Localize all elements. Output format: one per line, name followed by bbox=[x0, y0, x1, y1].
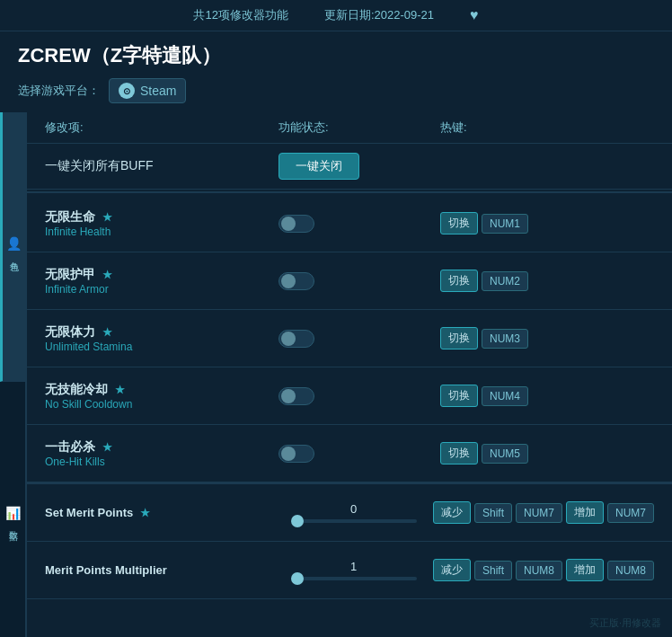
star-icon-0: ★ bbox=[102, 211, 112, 224]
data-icon: 📊 bbox=[5, 506, 21, 520]
data-feature-name-0: Set Merit Points ★ bbox=[45, 506, 274, 519]
feature-zh-1: 无限护甲 ★ bbox=[45, 267, 279, 283]
toggle-0[interactable] bbox=[279, 215, 314, 233]
hotkey-switch-2[interactable]: 切换 bbox=[440, 327, 478, 349]
feature-row-3: 无技能冷却 ★ No Skill Cooldown 切换 NUM4 bbox=[27, 367, 672, 425]
platform-name-label: Steam bbox=[140, 84, 176, 98]
hotkey-key-2[interactable]: NUM3 bbox=[482, 329, 528, 349]
data-feature-name-col-1: Merit Points Multiplier bbox=[45, 563, 274, 577]
all-off-button[interactable]: 一键关闭 bbox=[279, 153, 359, 180]
data-feature-row-0: Set Merit Points ★ 0 减少 Shift NUM7 增加 NU… bbox=[27, 484, 672, 542]
platform-row: 选择游戏平台： ⊙ Steam bbox=[18, 78, 654, 103]
star-icon-2: ★ bbox=[102, 326, 112, 339]
toggle-2[interactable] bbox=[279, 330, 314, 348]
data-hotkey-col-1: 减少 Shift NUM8 增加 NUM8 bbox=[433, 559, 654, 581]
feature-status-col-4 bbox=[279, 445, 440, 463]
feature-status-col-1 bbox=[279, 272, 440, 290]
total-mods-text: 共12项修改器功能 bbox=[193, 7, 287, 23]
platform-label: 选择游戏平台： bbox=[18, 83, 100, 99]
data-feature-row-1: Merit Points Multiplier 1 减少 Shift NUM8 … bbox=[27, 542, 672, 599]
hotkey-key-3[interactable]: NUM4 bbox=[482, 386, 528, 406]
increase-btn-1[interactable]: 增加 bbox=[566, 559, 604, 581]
watermark: 买正版·用修改器 bbox=[589, 616, 661, 630]
game-title: ZCREW（Z字特遣队） bbox=[18, 42, 654, 69]
decrease-btn-0[interactable]: 减少 bbox=[433, 501, 471, 524]
col-mod-item: 修改项: bbox=[45, 119, 279, 136]
all-off-row: 一键关闭所有BUFF 一键关闭 bbox=[27, 144, 672, 190]
platform-steam-button[interactable]: ⊙ Steam bbox=[109, 78, 186, 103]
star-icon-4: ★ bbox=[102, 441, 112, 454]
steam-logo-icon: ⊙ bbox=[119, 83, 135, 99]
feature-en-1: Infinite Armor bbox=[45, 283, 279, 296]
slider-thumb-0[interactable] bbox=[291, 515, 304, 527]
feature-row-4: 一击必杀 ★ One-Hit Kills 切换 NUM5 bbox=[27, 425, 672, 482]
hotkey-key-1[interactable]: NUM2 bbox=[482, 271, 528, 291]
feature-row-1: 无限护甲 ★ Infinite Armor 切换 NUM2 bbox=[27, 252, 672, 310]
star-icon-3: ★ bbox=[115, 384, 125, 396]
feature-hotkey-col-2: 切换 NUM3 bbox=[440, 327, 654, 349]
slider-col-1: 1 bbox=[274, 560, 433, 580]
feature-en-2: Unlimited Stamina bbox=[45, 341, 279, 353]
hotkey-key-4[interactable]: NUM5 bbox=[482, 444, 528, 464]
col-status: 功能状态: bbox=[279, 119, 440, 136]
feature-zh-0: 无限生命 ★ bbox=[45, 209, 279, 226]
sidebar-item-character[interactable]: 👤 角色 bbox=[0, 112, 25, 382]
data-hotkey-col-0: 减少 Shift NUM7 增加 NUM7 bbox=[433, 501, 654, 524]
hotkey-switch-3[interactable]: 切换 bbox=[440, 385, 478, 407]
slider-value-0: 0 bbox=[350, 502, 357, 516]
feature-en-0: Infinite Health bbox=[45, 226, 279, 238]
feature-zh-4: 一击必杀 ★ bbox=[45, 439, 279, 456]
feature-hotkey-col-4: 切换 NUM5 bbox=[440, 442, 654, 464]
sidebar: 👤 角色 📊 数据 bbox=[0, 112, 27, 637]
hotkey-switch-0[interactable]: 切换 bbox=[440, 212, 478, 234]
feature-en-4: One-Hit Kills bbox=[45, 456, 279, 468]
top-bar: 共12项修改器功能 更新日期:2022-09-21 ♥ bbox=[0, 0, 672, 31]
feature-name-col-2: 无限体力 ★ Unlimited Stamina bbox=[45, 324, 279, 353]
feature-zh-3: 无技能冷却 ★ bbox=[45, 382, 279, 398]
header: ZCREW（Z字特遣队） 选择游戏平台： ⊙ Steam bbox=[0, 31, 672, 112]
hotkey-key-0[interactable]: NUM1 bbox=[482, 214, 528, 234]
merit-star-icon: ★ bbox=[140, 507, 150, 519]
toggle-3[interactable] bbox=[279, 387, 314, 405]
feature-status-col-3 bbox=[279, 387, 440, 405]
sidebar-character-label: 角色 bbox=[8, 254, 21, 256]
data-feature-name-col-0: Set Merit Points ★ bbox=[45, 506, 274, 519]
feature-hotkey-col-3: 切换 NUM4 bbox=[440, 385, 654, 407]
slider-track-1[interactable] bbox=[291, 577, 417, 580]
sidebar-item-data[interactable]: 📊 数据 bbox=[0, 382, 25, 638]
toggle-4[interactable] bbox=[279, 445, 314, 463]
feature-row-0: 无限生命 ★ Infinite Health 切换 NUM1 bbox=[27, 195, 672, 252]
feature-name-col-1: 无限护甲 ★ Infinite Armor bbox=[45, 267, 279, 296]
feature-status-col-0 bbox=[279, 215, 440, 233]
all-off-label: 一键关闭所有BUFF bbox=[45, 158, 279, 174]
col-hotkey: 热键: bbox=[440, 119, 654, 136]
feature-row-2: 无限体力 ★ Unlimited Stamina 切换 NUM3 bbox=[27, 310, 672, 367]
feature-hotkey-col-0: 切换 NUM1 bbox=[440, 212, 654, 234]
data-feature-name-1: Merit Points Multiplier bbox=[45, 563, 274, 577]
shift-btn-1[interactable]: Shift bbox=[474, 561, 512, 580]
dec-key-btn-1[interactable]: NUM8 bbox=[516, 561, 562, 580]
feature-zh-2: 无限体力 ★ bbox=[45, 324, 279, 341]
dec-key-btn-0[interactable]: NUM7 bbox=[516, 503, 562, 523]
star-icon-1: ★ bbox=[102, 269, 112, 281]
slider-track-0[interactable] bbox=[291, 519, 417, 523]
decrease-btn-1[interactable]: 减少 bbox=[433, 559, 471, 581]
hotkey-switch-4[interactable]: 切换 bbox=[440, 442, 478, 464]
toggle-1[interactable] bbox=[279, 272, 314, 290]
heart-icon[interactable]: ♥ bbox=[470, 7, 479, 23]
feature-en-3: No Skill Cooldown bbox=[45, 398, 279, 411]
hotkey-switch-1[interactable]: 切换 bbox=[440, 270, 478, 292]
sidebar-data-label: 数据 bbox=[6, 524, 19, 526]
feature-name-col-0: 无限生命 ★ Infinite Health bbox=[45, 209, 279, 238]
inc-key-btn-0[interactable]: NUM7 bbox=[607, 503, 654, 523]
slider-col-0: 0 bbox=[274, 502, 433, 523]
main-content: 👤 角色 📊 数据 修改项: 功能状态: 热键: 一键关闭所有BUFF 一键关闭… bbox=[0, 112, 672, 637]
slider-thumb-1[interactable] bbox=[291, 572, 304, 585]
slider-value-1: 1 bbox=[350, 560, 357, 573]
inc-key-btn-1[interactable]: NUM8 bbox=[607, 561, 654, 580]
increase-btn-0[interactable]: 增加 bbox=[566, 501, 604, 524]
shift-btn-0[interactable]: Shift bbox=[474, 503, 512, 523]
section-divider-1 bbox=[27, 191, 672, 193]
column-headers: 修改项: 功能状态: 热键: bbox=[27, 112, 672, 144]
data-section: Set Merit Points ★ 0 减少 Shift NUM7 增加 NU… bbox=[27, 482, 672, 599]
